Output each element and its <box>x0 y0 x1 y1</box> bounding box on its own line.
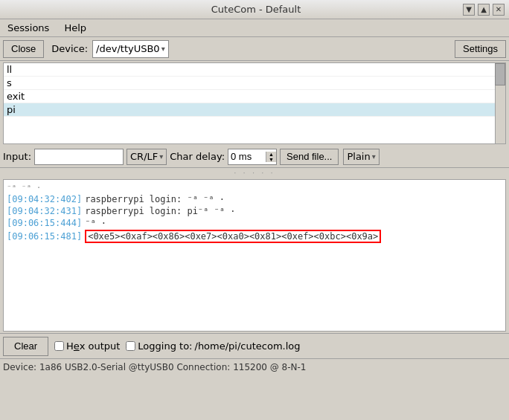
device-dropdown-arrow: ▾ <box>161 45 165 53</box>
history-area[interactable]: ll s exit pi <box>3 62 506 144</box>
timestamp: [09:04:32:431] <box>7 206 82 216</box>
delay-spinner[interactable]: ▲ ▼ <box>266 152 276 162</box>
hex-output-highlighted: <0xe5><0xaf><0x86><0xe7><0xa0><0x81><0xe… <box>85 230 381 243</box>
output-line: [09:04:32:431] raspberrypi login: pi⁻ᵃ ⁻… <box>7 206 502 216</box>
device-value: /dev/ttyUSB0 <box>96 43 160 54</box>
list-item[interactable]: ll <box>4 63 505 77</box>
scrollbar-track[interactable] <box>495 63 505 143</box>
logging-path: /home/pi/cutecom.log <box>195 340 301 352</box>
char-delay-input[interactable] <box>228 149 266 164</box>
hex-output-label: Hex output <box>66 340 120 352</box>
menu-sessions[interactable]: Sessions <box>3 21 54 35</box>
output-text: ⁻ᵃ · <box>85 218 106 228</box>
status-text: Device: 1a86 USB2.0-Serial @ttyUSB0 Conn… <box>3 362 306 372</box>
minimize-button[interactable]: ▼ <box>463 4 475 16</box>
maximize-button[interactable]: ▲ <box>478 4 490 16</box>
command-input[interactable] <box>34 149 124 165</box>
output-text: raspberrypi login: ⁻ᵃ ⁻ᵃ · <box>85 194 225 204</box>
input-row: Input: CR/LF ▾ Char delay: ▲ ▼ Send file… <box>0 146 509 168</box>
plain-label: Plain <box>347 151 370 162</box>
dots-separator: · · · · · <box>0 168 509 178</box>
timestamp: [09:06:15:444] <box>7 218 82 228</box>
crlf-label: CR/LF <box>130 151 158 162</box>
list-item[interactable]: exit <box>4 90 505 103</box>
input-label: Input: <box>3 151 31 162</box>
output-area[interactable]: ⁻ᵃ ⁻ᵃ · [09:04:32:402] raspberrypi login… <box>3 179 506 332</box>
delay-decrement-button[interactable]: ▼ <box>266 157 276 162</box>
send-file-button[interactable]: Send file... <box>280 149 339 165</box>
device-label: Device: <box>51 43 88 54</box>
output-line: ⁻ᵃ ⁻ᵃ · <box>7 183 502 193</box>
list-item[interactable]: pi <box>4 103 505 117</box>
crlf-dropdown-arrow: ▾ <box>159 152 163 161</box>
close-button[interactable]: Close <box>3 40 44 58</box>
hex-output-checkbox[interactable] <box>54 341 64 351</box>
delay-increment-button[interactable]: ▲ <box>266 152 276 157</box>
bottom-bar: Clear Hex output Logging to: /home/pi/cu… <box>0 333 509 358</box>
list-item[interactable]: s <box>4 77 505 90</box>
output-static-text: ⁻ᵃ ⁻ᵃ · <box>7 183 41 193</box>
hex-output-wrap: Hex output <box>54 340 120 352</box>
timestamp: [09:06:15:481] <box>7 231 82 242</box>
menu-help[interactable]: Help <box>60 21 91 35</box>
title-bar-controls: ▼ ▲ ✕ <box>463 4 505 16</box>
status-bar: Device: 1a86 USB2.0-Serial @ttyUSB0 Conn… <box>0 358 509 375</box>
logging-label: Logging to: <box>138 340 192 352</box>
toolbar: Close Device: /dev/ttyUSB0 ▾ Settings <box>0 37 509 61</box>
char-delay-label: Char delay: <box>170 151 225 162</box>
clear-button[interactable]: Clear <box>3 337 48 356</box>
output-line: [09:06:15:444] ⁻ᵃ · <box>7 218 502 228</box>
output-line: [09:04:32:402] raspberrypi login: ⁻ᵃ ⁻ᵃ … <box>7 194 502 204</box>
plain-dropdown[interactable]: Plain ▾ <box>343 149 379 165</box>
char-delay-input-wrap: ▲ ▼ <box>228 149 277 165</box>
logging-checkbox[interactable] <box>126 341 135 351</box>
hex-underline-char: e <box>74 340 80 352</box>
plain-dropdown-arrow: ▾ <box>372 152 376 161</box>
scrollbar-thumb[interactable] <box>495 63 505 85</box>
menu-bar: Sessions Help <box>0 19 509 37</box>
close-window-button[interactable]: ✕ <box>493 4 505 16</box>
output-text: raspberrypi login: pi⁻ᵃ ⁻ᵃ · <box>85 206 235 216</box>
device-dropdown[interactable]: /dev/ttyUSB0 ▾ <box>92 40 169 58</box>
timestamp: [09:04:32:402] <box>7 194 82 204</box>
title-bar: CuteCom - Default ▼ ▲ ✕ <box>0 0 509 19</box>
settings-button[interactable]: Settings <box>455 40 506 58</box>
crlf-dropdown[interactable]: CR/LF ▾ <box>127 149 167 165</box>
logging-wrap: Logging to: /home/pi/cutecom.log <box>126 340 300 352</box>
output-line-highlighted: [09:06:15:481] <0xe5><0xaf><0x86><0xe7><… <box>7 230 502 243</box>
window-title: CuteCom - Default <box>49 4 463 15</box>
